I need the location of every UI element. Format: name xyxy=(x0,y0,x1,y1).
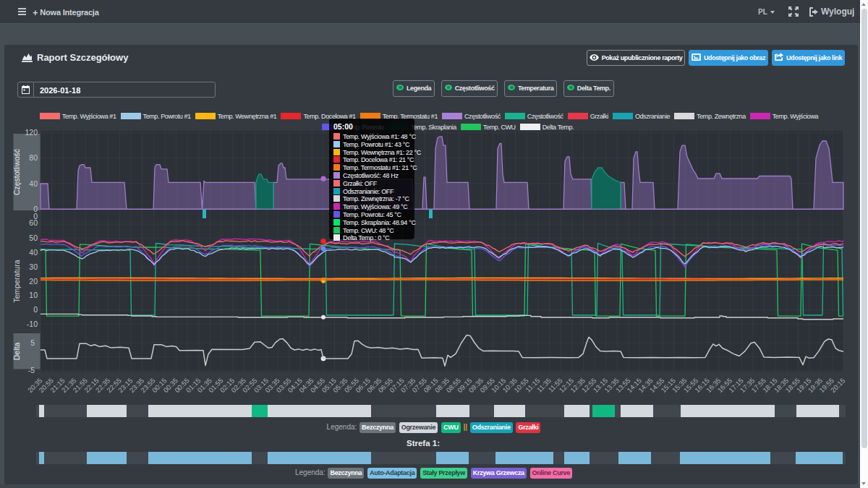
svg-text:-10: -10 xyxy=(27,320,38,328)
svg-text:60: 60 xyxy=(29,218,38,227)
svg-text:40: 40 xyxy=(29,248,38,257)
svg-text:50: 50 xyxy=(29,234,38,242)
svg-text:-5: -5 xyxy=(28,366,35,374)
svg-text:5: 5 xyxy=(30,338,35,347)
svg-text:40: 40 xyxy=(29,179,38,188)
svg-text:10: 10 xyxy=(29,291,38,299)
svg-text:Temperatura: Temperatura xyxy=(12,260,21,302)
svg-text:Delta: Delta xyxy=(12,343,21,361)
svg-text:30: 30 xyxy=(29,262,38,271)
svg-text:20: 20 xyxy=(29,277,38,286)
svg-text:Częstotliwość: Częstotliwość xyxy=(12,149,21,195)
svg-text:0: 0 xyxy=(33,305,38,314)
svg-text:80: 80 xyxy=(29,153,38,162)
